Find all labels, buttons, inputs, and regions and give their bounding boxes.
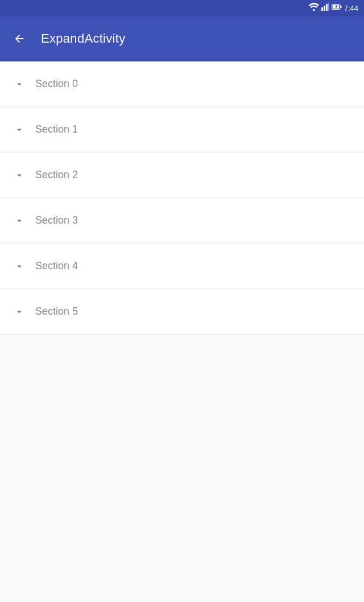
svg-rect-7 [340, 6, 341, 8]
signal-icon [321, 3, 329, 13]
section-item-3[interactable]: Section 3 [0, 198, 364, 244]
svg-rect-1 [321, 7, 323, 11]
app-title: ExpandActivity [41, 31, 126, 46]
chevron-icon-3 [9, 216, 30, 226]
svg-point-0 [313, 9, 315, 11]
back-button[interactable] [9, 28, 30, 49]
svg-rect-2 [324, 6, 325, 11]
section-label-0: Section 0 [35, 78, 78, 90]
section-item-2[interactable]: Section 2 [0, 152, 364, 198]
section-label-3: Section 3 [35, 215, 78, 226]
svg-rect-3 [326, 4, 328, 11]
chevron-icon-2 [9, 170, 30, 180]
wifi-icon [309, 3, 319, 13]
section-item-5[interactable]: Section 5 [0, 289, 364, 335]
battery-icon [332, 3, 342, 13]
section-label-2: Section 2 [35, 169, 78, 181]
section-item-4[interactable]: Section 4 [0, 244, 364, 289]
section-item-0[interactable]: Section 0 [0, 61, 364, 107]
status-bar: 7:44 [0, 0, 364, 16]
section-label-4: Section 4 [35, 260, 78, 272]
chevron-icon-0 [9, 79, 30, 89]
content-area: Section 0Section 1Section 2Section 3Sect… [0, 61, 364, 602]
chevron-icon-4 [9, 261, 30, 271]
chevron-icon-5 [9, 307, 30, 317]
svg-rect-4 [328, 3, 329, 11]
status-time: 7:44 [344, 4, 358, 13]
section-item-1[interactable]: Section 1 [0, 107, 364, 152]
section-label-1: Section 1 [35, 123, 78, 135]
section-label-5: Section 5 [35, 306, 78, 318]
chevron-icon-1 [9, 125, 30, 135]
status-icons: 7:44 [309, 3, 358, 13]
app-bar: ExpandActivity [0, 16, 364, 61]
